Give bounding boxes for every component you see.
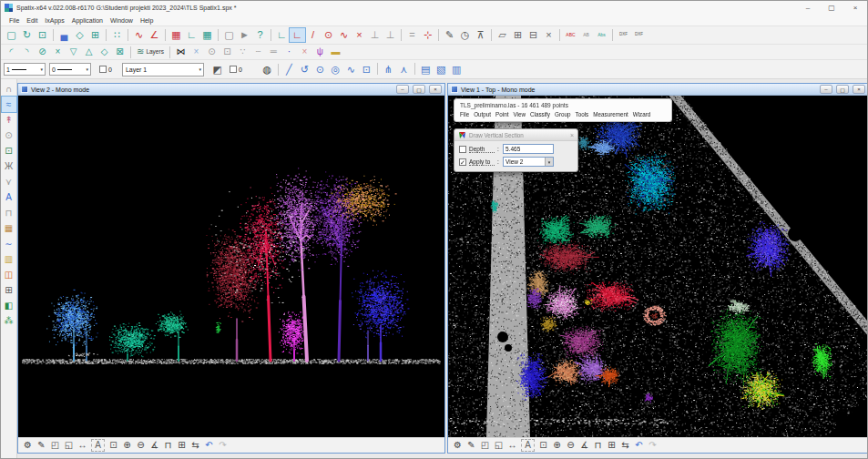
vehicle-tool-icon[interactable]: ▄ [56,28,72,42]
view2-titlebar[interactable]: View 2 - Mono mode – ▢ × [18,84,444,96]
spellcheck-icon[interactable]: ABC [563,28,578,42]
las-menu-tools[interactable]: Tools [576,111,589,117]
break-element-icon[interactable]: × [50,46,66,58]
merge-surfaces-icon[interactable]: ⋈ [173,46,189,58]
rect-points-icon[interactable]: ⊡ [220,46,235,58]
menu-edit[interactable]: Edit [23,17,41,24]
pointer-tool-icon[interactable]: ► [237,28,252,42]
fit-text-icon[interactable]: A [521,439,535,452]
close-icon[interactable]: × [570,132,574,138]
pylon-tool-icon[interactable]: Ж [2,158,16,174]
polyline-tool-icon[interactable]: ∟ [274,28,290,42]
render-globe-icon[interactable]: ◍ [260,63,275,76]
curve-fit-icon[interactable]: ∼ [2,236,16,251]
parallel-lines-icon[interactable]: ═ [266,46,281,58]
las-menu-measurement[interactable]: Measurement [593,111,628,117]
las-menu-view[interactable]: View [513,111,526,117]
copy-view-icon[interactable]: ◰ [48,439,62,452]
clip-view-icon[interactable]: ⊓ [161,439,175,452]
las-menu-output[interactable]: Output [474,111,491,117]
modify-polygon-icon[interactable]: ◇ [97,46,112,58]
measure-radius-icon[interactable]: ◎ [328,63,343,76]
import-file-icon[interactable]: ⊞ [510,28,526,42]
zoom-window-icon[interactable]: ⊡ [536,439,550,452]
display-tool-icon[interactable]: ⊡ [2,143,16,158]
las-menu-file[interactable]: File [460,111,469,117]
view-settings-icon[interactable]: ⚙ [451,439,465,452]
spline-tool-icon[interactable]: ∿ [131,28,147,42]
mesh-tool-icon[interactable]: ▦ [168,28,184,42]
delete-vertex-icon[interactable]: ▽ [66,46,81,58]
door-tool-icon[interactable]: ◧ [2,298,16,313]
water-tool-icon[interactable]: ≈ [2,97,16,112]
window-tool-icon[interactable]: ⊞ [2,282,16,298]
minimize-button[interactable]: – [796,1,820,15]
delete-partial-icon[interactable]: ⊘ [35,46,50,58]
delete-element-icon[interactable]: × [352,28,367,42]
class-checkbox[interactable] [99,66,107,73]
zoom-out-icon[interactable]: ⊖ [134,439,148,452]
point-dot-icon[interactable]: · [281,46,297,58]
fit-view-icon[interactable]: ⊞ [605,439,618,452]
draw-vertical-section-dialog[interactable]: Draw Vertical Section × Depth : ✓ Apply … [454,128,578,172]
bridge-tool-icon[interactable]: ∩ [2,81,16,97]
point-circle-icon[interactable]: ⊙ [2,128,16,143]
curve-tool-icon[interactable]: ∿ [336,28,352,42]
query-pointer-icon[interactable]: ? [252,28,268,42]
apply-to-checkbox[interactable]: ✓ [459,158,466,166]
view1-maximize-button[interactable]: ▢ [836,85,849,94]
measure-line-icon[interactable]: ╱ [281,63,297,76]
flatten-tool-icon[interactable]: = [404,28,420,42]
view2-canvas[interactable] [18,96,444,437]
powerline-tool-icon[interactable]: ⋎ [2,174,16,189]
place-shape-icon[interactable]: ⊡ [35,28,50,42]
select-area-icon[interactable]: ▢ [221,28,237,42]
depth-checkbox[interactable] [459,146,466,153]
view2-minimize-button[interactable]: – [396,85,409,94]
points-row-icon[interactable]: ∵ [235,46,250,58]
perpendicular-alt-icon[interactable]: ⊥ [383,28,398,42]
project-open-icon[interactable]: ▤ [418,63,434,76]
pencil-tool-icon[interactable]: ✎ [442,28,457,42]
undo-view-icon[interactable]: ↶ [632,439,646,452]
view2-close-button[interactable]: × [429,85,442,94]
undo-view-icon[interactable]: ↶ [202,439,216,452]
pan-view-icon[interactable]: ↔ [76,439,89,452]
vegetation-tool-icon[interactable]: ⁂ [2,313,16,329]
slanted-cell-icon[interactable]: ◇ [72,28,87,42]
menu-application[interactable]: Application [68,17,107,24]
trim-curve-icon[interactable]: ◜ [4,46,19,58]
sweep-brush-icon[interactable]: ▬ [328,46,343,58]
open-file-icon[interactable]: ▱ [495,28,510,42]
zoom-out-icon[interactable]: ⊖ [564,439,577,452]
perpendicular-tool-icon[interactable]: ⊥ [367,28,383,42]
grid-tool-icon[interactable]: ▦ [199,28,215,42]
las-menu-point[interactable]: Point [495,111,508,117]
insert-vertex-icon[interactable]: △ [81,46,97,58]
zoom-window-icon[interactable]: ⊡ [107,439,120,452]
circle-points-icon[interactable]: ⊙ [204,46,220,58]
project-batch-icon[interactable]: ▧ [434,63,449,76]
active-vertex-icon[interactable]: ∟ [290,28,305,42]
replace-text-icon[interactable]: AB [578,28,594,42]
plumb-tool-icon[interactable]: ⊼ [473,28,488,42]
view2-maximize-button[interactable]: ▢ [413,85,425,94]
view1-minimize-button[interactable]: – [820,85,832,94]
tunnel-tool-icon[interactable]: ⊓ [2,205,16,220]
measure-area-icon[interactable]: ⊡ [359,63,374,76]
las-menu-wizard[interactable]: Wizard [633,111,651,117]
snap-cross-icon[interactable]: × [189,46,204,58]
view1-close-button[interactable]: × [853,85,865,94]
copy-view-icon[interactable]: ◰ [478,439,492,452]
truck-tool-icon[interactable]: ▥ [2,251,16,267]
las-menu-classify[interactable]: Classify [530,111,550,117]
fill-style-icon[interactable]: ◩ [209,63,225,76]
menu-help[interactable]: Help [137,17,157,24]
move-element-icon[interactable]: ⊠ [112,46,128,58]
display-mode-icon[interactable]: ✎ [35,439,48,452]
line-tool-icon[interactable]: / [305,28,321,42]
apply-to-view-select[interactable]: View 2 ▾ [503,157,554,167]
update-view-icon[interactable]: ⇆ [618,439,632,452]
zoom-in-icon[interactable]: ⊕ [550,439,564,452]
layers-button[interactable]: ≋Layers [134,46,167,58]
